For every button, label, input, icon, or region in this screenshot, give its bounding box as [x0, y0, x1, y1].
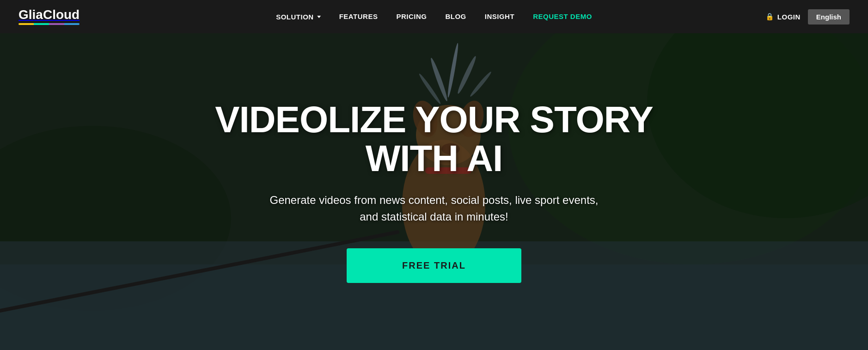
nav-label-pricing: PRICING: [396, 12, 427, 20]
nav-link-request-demo[interactable]: REQUEST DEMO: [533, 12, 592, 20]
free-trial-button[interactable]: FREE TRIAL: [347, 248, 521, 283]
login-label: LOGIN: [777, 13, 801, 21]
nav-item-request-demo[interactable]: REQUEST DEMO: [533, 12, 592, 21]
logo-text: GliaCloud: [18, 8, 79, 21]
logo-underline-blue: [64, 23, 79, 25]
hero-headline-line2: WITH AI: [366, 138, 503, 179]
nav-link-solution[interactable]: SOLUTION: [276, 13, 321, 21]
hero-headline-line1: VIDEOLIZE YOUR STORY: [215, 99, 653, 140]
nav-label-blog: BLOG: [445, 12, 466, 20]
navbar: GliaCloud SOLUTION FEATURES PRICING: [0, 0, 868, 33]
hero-section: VIDEOLIZE YOUR STORY WITH AI Generate vi…: [0, 33, 868, 350]
nav-menu: SOLUTION FEATURES PRICING BLOG INSIGHT: [276, 12, 592, 21]
logo-underline-purple: [49, 23, 64, 25]
nav-link-blog[interactable]: BLOG: [445, 12, 466, 20]
hero-headline: VIDEOLIZE YOUR STORY WITH AI: [215, 100, 653, 178]
nav-item-pricing[interactable]: PRICING: [396, 12, 427, 21]
nav-label-request-demo: REQUEST DEMO: [533, 12, 592, 20]
logo-underline-yellow: [18, 23, 34, 25]
navbar-right: 🔒 LOGIN English: [765, 9, 850, 25]
nav-item-features[interactable]: FEATURES: [339, 12, 378, 21]
nav-item-insight[interactable]: INSIGHT: [485, 12, 514, 21]
language-button[interactable]: English: [808, 9, 850, 25]
hero-content: VIDEOLIZE YOUR STORY WITH AI Generate vi…: [206, 100, 662, 283]
logo[interactable]: GliaCloud: [18, 8, 79, 25]
nav-item-blog[interactable]: BLOG: [445, 12, 466, 21]
logo-underline: [18, 23, 79, 25]
logo-underline-green: [34, 23, 49, 25]
nav-label-features: FEATURES: [339, 12, 378, 20]
chevron-down-icon: [317, 16, 321, 18]
nav-label-solution: SOLUTION: [276, 13, 314, 21]
lock-icon: 🔒: [765, 12, 775, 21]
nav-link-pricing[interactable]: PRICING: [396, 12, 427, 20]
nav-item-solution[interactable]: SOLUTION: [276, 13, 321, 21]
nav-link-insight[interactable]: INSIGHT: [485, 12, 514, 20]
hero-subheadline: Generate videos from news content, socia…: [215, 192, 653, 225]
nav-link-features[interactable]: FEATURES: [339, 12, 378, 20]
nav-label-insight: INSIGHT: [485, 12, 514, 20]
login-button[interactable]: 🔒 LOGIN: [765, 12, 801, 21]
